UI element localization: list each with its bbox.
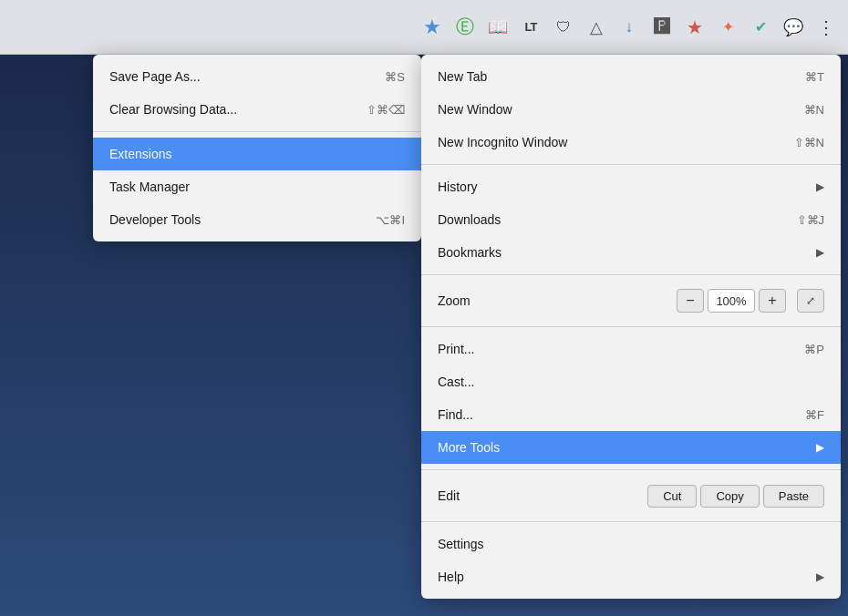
edit-buttons-group: Cut Copy Paste <box>647 485 824 508</box>
zoom-value-display: 100% <box>708 289 755 313</box>
zoom-controls: − 100% + <box>677 289 786 313</box>
check-icon[interactable]: ✔ <box>746 13 775 42</box>
menu-item-downloads[interactable]: Downloads ⇧⌘J <box>421 203 841 236</box>
menu-item-history[interactable]: History ▶ <box>421 170 841 203</box>
submenu-section-save: Save Page As... ⌘S Clear Browsing Data..… <box>93 55 421 132</box>
main-dropdown-menu: New Tab ⌘T New Window ⌘N New Incognito W… <box>421 55 841 599</box>
pocket-icon[interactable]: 🅿 <box>647 13 677 42</box>
menu-item-print[interactable]: Print... ⌘P <box>421 333 841 365</box>
submenu-item-extensions[interactable]: Extensions <box>93 138 421 170</box>
menu-section-history: History ▶ Downloads ⇧⌘J Bookmarks ▶ <box>421 165 841 275</box>
zoom-plus-button[interactable]: + <box>759 289 786 313</box>
maps-icon[interactable]: ✦ <box>713 13 742 42</box>
menu-item-settings[interactable]: Settings <box>421 528 841 560</box>
menu-item-new-incognito[interactable]: New Incognito Window ⇧⌘N <box>421 126 841 159</box>
star2-icon[interactable]: ★ <box>680 13 709 42</box>
bookmarks-arrow-icon: ▶ <box>816 246 824 259</box>
zoom-fullscreen-button[interactable]: ⤢ <box>797 289 824 313</box>
help-arrow-icon: ▶ <box>816 570 824 583</box>
menu-item-cast[interactable]: Cast... <box>421 365 841 398</box>
history-arrow-icon: ▶ <box>816 180 824 193</box>
lt-icon[interactable]: LT <box>516 13 545 42</box>
submenu-item-save-page[interactable]: Save Page As... ⌘S <box>93 60 421 93</box>
menu-item-new-tab[interactable]: New Tab ⌘T <box>421 60 841 93</box>
zoom-minus-button[interactable]: − <box>677 289 704 313</box>
menu-item-find[interactable]: Find... ⌘F <box>421 398 841 431</box>
browser-toolbar: ★ Ⓔ 📖 LT 🛡 △ ↓ 🅿 ★ ✦ ✔ 💬 ⋮ <box>0 0 848 55</box>
menu-section-new: New Tab ⌘T New Window ⌘N New Incognito W… <box>421 55 841 165</box>
zoom-row: Zoom − 100% + ⤢ <box>421 281 841 321</box>
menu-item-help[interactable]: Help ▶ <box>421 560 841 593</box>
readlater-icon[interactable]: 📖 <box>483 13 512 42</box>
edit-label: Edit <box>438 488 460 503</box>
edit-row: Edit Cut Copy Paste <box>421 476 841 516</box>
zoom-label: Zoom <box>438 293 471 308</box>
cloud-icon[interactable]: △ <box>582 13 611 42</box>
menu-section-zoom: Zoom − 100% + ⤢ <box>421 275 841 327</box>
submenu-item-task-manager[interactable]: Task Manager <box>93 170 421 203</box>
chat-icon[interactable]: 💬 <box>779 13 808 42</box>
menu-section-settings: Settings Help ▶ <box>421 522 841 599</box>
more-tools-arrow-icon: ▶ <box>816 441 824 454</box>
submenu-section-extensions: Extensions Task Manager Developer Tools … <box>93 132 421 241</box>
shield-icon[interactable]: 🛡 <box>549 13 578 42</box>
chrome-menu-button[interactable]: ⋮ <box>812 13 841 42</box>
copy-button[interactable]: Copy <box>700 485 759 508</box>
menu-section-print: Print... ⌘P Cast... Find... ⌘F More Tool… <box>421 327 841 470</box>
download-icon[interactable]: ↓ <box>615 13 644 42</box>
star-icon[interactable]: ★ <box>418 13 447 42</box>
submenu-item-clear-browsing[interactable]: Clear Browsing Data... ⇧⌘⌫ <box>93 93 421 126</box>
menu-item-more-tools[interactable]: More Tools ▶ <box>421 431 841 464</box>
more-tools-submenu: Save Page As... ⌘S Clear Browsing Data..… <box>93 55 421 241</box>
menu-item-new-window[interactable]: New Window ⌘N <box>421 93 841 126</box>
menu-section-edit: Edit Cut Copy Paste <box>421 470 841 522</box>
submenu-item-developer-tools[interactable]: Developer Tools ⌥⌘I <box>93 203 421 236</box>
evernote-icon[interactable]: Ⓔ <box>450 13 480 42</box>
paste-button[interactable]: Paste <box>763 485 824 508</box>
menu-item-bookmarks[interactable]: Bookmarks ▶ <box>421 236 841 269</box>
cut-button[interactable]: Cut <box>647 485 697 508</box>
